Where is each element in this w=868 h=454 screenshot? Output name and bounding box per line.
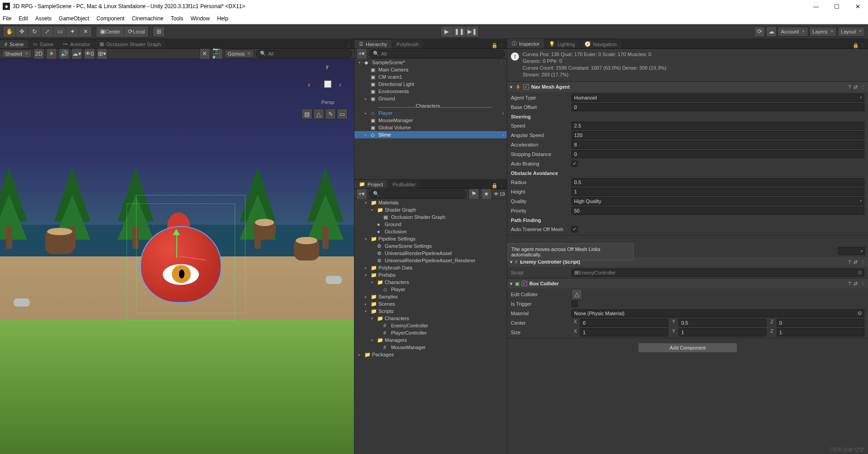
project-item[interactable]: ⚙GameScene Settings <box>354 242 507 250</box>
project-item[interactable]: ▾📁Prefabs <box>354 271 507 279</box>
project-item[interactable]: ▾📁Scripts <box>354 307 507 315</box>
project-item[interactable]: ●Occlusion <box>354 228 507 235</box>
acceleration-field[interactable]: 8 <box>571 141 864 149</box>
maximize-button[interactable]: ☐ <box>826 0 847 13</box>
account-dropdown[interactable]: Account▼ <box>778 27 808 37</box>
hierarchy-item[interactable]: ▸▣Ground <box>354 95 507 102</box>
menu-edit[interactable]: Edit <box>19 15 28 22</box>
project-lock-icon[interactable]: 🔒 ⋮ <box>489 183 507 189</box>
auto-traverse-checkbox[interactable]: ✓ <box>571 226 578 232</box>
hierarchy-item[interactable]: ▸◇Slime› <box>354 131 507 138</box>
size-z-field[interactable]: 1 <box>777 328 864 336</box>
priority-field[interactable]: 50 <box>571 207 864 215</box>
angular-speed-field[interactable]: 120 <box>571 131 864 139</box>
create-dropdown-icon[interactable]: +▾ <box>356 48 367 59</box>
project-item[interactable]: ▾📁Materials <box>354 199 507 206</box>
minimize-button[interactable]: — <box>806 0 826 13</box>
edit-collider-button[interactable]: △ <box>571 289 582 300</box>
project-item[interactable]: ▾📁Shader Graph <box>354 206 507 213</box>
hierarchy-lock-icon[interactable]: 🔒 ⋮ <box>489 43 507 48</box>
tab-shader-graph[interactable]: ▦Occlusion Shader Graph <box>95 40 165 48</box>
hierarchy-item[interactable]: ▣Main Camera <box>354 66 507 73</box>
transform-tool-icon[interactable]: ✦ <box>66 26 79 37</box>
rect-tool-icon[interactable]: ▭ <box>54 26 66 37</box>
pivot-local-button[interactable]: ⟳ Local <box>124 26 148 37</box>
menu-assets[interactable]: Assets <box>35 15 52 22</box>
hierarchy-item[interactable]: ▣CM vcam1 <box>354 73 507 80</box>
agent-type-dropdown[interactable]: Humanoid <box>571 94 864 102</box>
fx-toggle-icon[interactable]: ☁▾ <box>71 48 82 59</box>
hand-tool-icon[interactable]: ✋ <box>3 26 16 37</box>
hierarchy-item[interactable]: ▣Global Volume <box>354 124 507 131</box>
orientation-gizmo[interactable]: y x z Persp <box>309 65 347 103</box>
help-icon[interactable]: ? <box>848 259 851 265</box>
grid-toggle-icon[interactable]: ⊞▾ <box>97 48 108 59</box>
tab-animator[interactable]: ⊶Animator <box>58 40 94 48</box>
add-component-button[interactable]: Add Component <box>638 343 737 353</box>
tab-polybrush[interactable]: Polybrush <box>392 40 423 48</box>
help-icon[interactable]: ? <box>848 84 851 90</box>
project-item[interactable]: ▾📁Managers <box>354 336 507 344</box>
hidden-toggle-icon[interactable]: 👁0 <box>84 48 95 59</box>
object-picker-icon[interactable]: ⊙ <box>858 310 862 316</box>
auto-braking-checkbox[interactable]: ✓ <box>571 161 578 167</box>
menu-tools[interactable]: Tools <box>171 15 184 22</box>
tab-scene[interactable]: #Scene <box>0 40 28 48</box>
overlay-collider-icon[interactable]: ▭ <box>337 109 348 119</box>
project-tree[interactable]: ▾📁Materials▾📁Shader Graph▦Occlusion Shad… <box>354 199 507 454</box>
more-icon[interactable]: ⋮ <box>860 281 865 287</box>
component-enable-checkbox[interactable]: ✓ <box>522 281 527 286</box>
tab-game[interactable]: ▭Game <box>28 40 58 48</box>
shading-dropdown[interactable]: Shaded▼ <box>2 50 32 58</box>
is-trigger-checkbox[interactable] <box>571 301 578 307</box>
menu-file[interactable]: File <box>3 15 11 22</box>
tab-options-icon[interactable]: ⋮ <box>344 43 354 48</box>
radius-field[interactable]: 0.5 <box>571 178 864 186</box>
move-tool-icon[interactable]: ✥ <box>16 26 28 37</box>
close-button[interactable]: ✕ <box>847 0 868 13</box>
project-item[interactable]: ⚙UniversalRenderPipelineAsset <box>354 250 507 257</box>
hierarchy-item[interactable]: ▣Environments <box>354 88 507 95</box>
project-item[interactable]: ▾📁Characters <box>354 279 507 286</box>
center-y-field[interactable]: 0.5 <box>679 319 766 327</box>
center-z-field[interactable]: 0 <box>777 319 864 327</box>
project-item[interactable]: #MouseManager <box>354 344 507 351</box>
filter-type-icon[interactable]: ⚑ <box>468 189 479 199</box>
collab-icon[interactable]: ⟳ <box>754 26 765 37</box>
tab-probuilder[interactable]: ProBuilder <box>388 180 420 189</box>
tab-project[interactable]: 📁Project <box>354 180 387 189</box>
inspector-lock-icon[interactable]: 🔒 ⋮ <box>850 43 868 48</box>
layers-dropdown[interactable]: Layers▼ <box>809 27 837 37</box>
snap-icon[interactable]: ⊞ <box>152 26 165 37</box>
filter-label-icon[interactable]: ★ <box>481 189 492 199</box>
play-button-icon[interactable]: ▶ <box>441 26 453 37</box>
pivot-center-button[interactable]: ▣ Center <box>96 26 124 37</box>
more-icon[interactable]: ⋮ <box>860 259 865 265</box>
more-icon[interactable]: ⋮ <box>860 84 865 90</box>
foldout-icon[interactable]: ▾ <box>510 281 513 287</box>
cloud-icon[interactable]: ☁ <box>766 26 777 37</box>
preset-icon[interactable]: ⇄ <box>854 84 858 90</box>
persp-label[interactable]: Persp <box>309 99 347 105</box>
project-item[interactable]: ◇Player <box>354 286 507 293</box>
step-button-icon[interactable]: ▶❚ <box>466 26 479 37</box>
hierarchy-item[interactable]: ▾◆SampleScene*⋮ <box>354 59 507 66</box>
overlay-light-icon[interactable]: ✎ <box>325 109 336 119</box>
scene-search[interactable]: 🔍All <box>256 50 352 58</box>
speed-field[interactable]: 2.5 <box>571 122 864 130</box>
foldout-icon[interactable]: ▾ <box>510 84 513 90</box>
center-x-field[interactable]: 0 <box>580 319 668 327</box>
project-item[interactable]: ▦Occlusion Shader Graph <box>354 213 507 221</box>
light-toggle-icon[interactable]: ☀ <box>46 48 57 59</box>
project-item[interactable]: #PlayerController <box>354 329 507 336</box>
size-x-field[interactable]: 1 <box>580 328 668 336</box>
project-item[interactable]: ⚙UniversalRenderPipelineAsset_Renderer <box>354 257 507 264</box>
hierarchy-item[interactable]: ▸◇Player› <box>354 109 507 117</box>
tab-inspector[interactable]: ⓘInspector <box>507 39 544 48</box>
project-item[interactable]: ▾📁Characters <box>354 315 507 322</box>
scale-tool-icon[interactable]: ⤢ <box>41 26 54 37</box>
project-item[interactable]: ▾📁Pipeline Settings <box>354 235 507 242</box>
object-picker-icon[interactable]: ⊙ <box>858 270 862 275</box>
tool-icon[interactable]: ✕ <box>199 48 210 59</box>
physic-material-field[interactable]: None (Physic Material)⊙ <box>571 309 864 317</box>
